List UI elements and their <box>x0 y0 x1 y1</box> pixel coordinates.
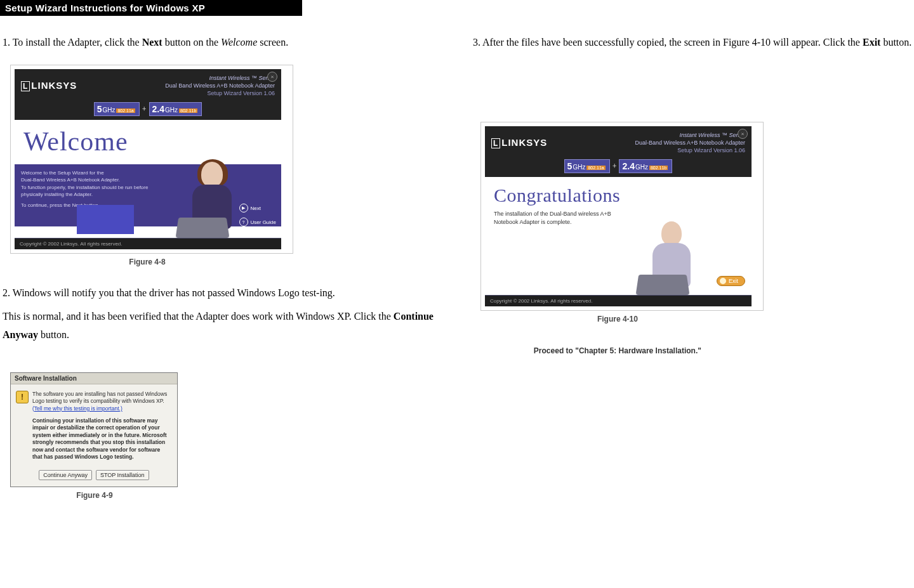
decorative-rect <box>77 205 134 234</box>
figure-caption: Figure 4-10 <box>480 315 755 323</box>
linksys-congrats-window: × LLINKSYS Instant Wireless ™ Series Dua… <box>485 126 752 306</box>
window-header: LLINKSYS Instant Wireless ™ Series Dual … <box>15 69 281 100</box>
band-unit: GHz <box>573 164 585 171</box>
step-2a-text: 2. Windows will notify you that the driv… <box>3 284 456 303</box>
dialog-bold-text: Continuing your installation of this sof… <box>32 417 171 461</box>
band-tag: 802.11a <box>586 166 605 170</box>
exit-button[interactable]: Exit <box>717 276 745 286</box>
section-title-bar: Setup Wizard Instructions for Windows XP <box>0 0 302 16</box>
right-column: 3. After the files have been successfull… <box>456 34 914 355</box>
band-tag: 802.11b <box>649 166 668 170</box>
congrats-content-area: Congratulations The installation of the … <box>485 177 752 295</box>
person-illustration <box>630 212 706 295</box>
close-icon[interactable]: × <box>738 129 748 139</box>
plus-icon: + <box>142 105 147 114</box>
window-footer: Copyright © 2002 Linksys. All rights res… <box>485 295 752 306</box>
step-3-text: 3. After the files have been successfull… <box>473 34 914 52</box>
congrats-subtext: The installation of the Dual-Band wirele… <box>485 206 633 226</box>
header-line: Dual Band Wireless A+B Notebook Adapter <box>165 82 275 89</box>
header-subtitle-block: Instant Wireless ™ Series Dual Band Wire… <box>165 74 275 97</box>
text-run: This is normal, and it has been verified… <box>3 311 394 322</box>
continue-anyway-button[interactable]: Continue Anyway <box>39 470 92 480</box>
band-unit: GHz <box>165 107 178 114</box>
document-page: Setup Wizard Instructions for Windows XP… <box>0 0 914 588</box>
window-footer: Copyright © 2002 Linksys. All rights res… <box>15 238 281 249</box>
side-button-group: ▶ Next ? User Guide <box>239 204 276 226</box>
window-header: LLINKSYS Instant Wireless ™ Series Dual-… <box>485 126 752 157</box>
dot-icon <box>720 278 726 284</box>
left-column: 1. To install the Adapter, click the Nex… <box>0 34 456 500</box>
band-tag: 802.11a <box>116 108 135 113</box>
sub-line: Notebook Adapter is complete. <box>494 218 633 226</box>
dialog-button-row: Continue Anyway STOP Installation <box>11 465 177 487</box>
plus-icon: + <box>613 162 617 171</box>
dialog-title: Software Installation <box>11 373 177 384</box>
step-1-text: 1. To install the Adapter, click the Nex… <box>3 34 456 52</box>
user-guide-button[interactable]: ? User Guide <box>239 218 276 226</box>
figure-caption: Figure 4-8 <box>10 258 284 266</box>
frequency-band-bar: 5 GHz 802.11a + 2.4 GHz 802.11b <box>15 100 281 120</box>
band-number: 5 <box>97 104 102 114</box>
header-line: Instant Wireless ™ Series <box>635 131 745 139</box>
logo-box-icon: L <box>491 138 500 148</box>
linksys-welcome-window: × LLINKSYS Instant Wireless ™ Series Dua… <box>15 69 281 249</box>
text-run: button on the <box>162 37 221 48</box>
figure-4-9: Software Installation ! The software you… <box>10 372 179 500</box>
header-line: Instant Wireless ™ Series <box>165 74 275 82</box>
logo-text: LINKSYS <box>31 80 77 91</box>
band-24ghz-chip: 2.4 GHz 802.11b <box>149 102 202 116</box>
text-run: 3. After the files have been successfull… <box>473 37 863 48</box>
xp-warning-dialog: Software Installation ! The software you… <box>10 372 178 487</box>
band-5ghz-chip: 5 GHz 802.11a <box>94 102 140 116</box>
band-24ghz-chip: 2.4 GHz 802.11b <box>619 159 672 173</box>
close-icon[interactable]: × <box>267 72 277 82</box>
text-run: screen. <box>257 37 288 48</box>
text-bold-next: Next <box>142 37 162 48</box>
header-subtitle-block: Instant Wireless ™ Series Dual-Band Wire… <box>635 131 745 154</box>
button-label: Exit <box>729 278 738 284</box>
figure-4-10: × LLINKSYS Instant Wireless ™ Series Dua… <box>480 122 764 311</box>
two-column-layout: 1. To install the Adapter, click the Nex… <box>0 34 914 500</box>
linksys-logo: LLINKSYS <box>491 137 547 148</box>
sub-line: The installation of the Dual-Band wirele… <box>494 210 633 218</box>
logo-text: LINKSYS <box>501 137 547 148</box>
person-illustration <box>169 155 246 238</box>
header-line: Dual-Band Wireless A+B Notebook Adapter <box>635 139 745 147</box>
dialog-link[interactable]: (Tell me why this testing is important.) <box>32 405 123 412</box>
text-bold-exit: Exit <box>863 37 880 48</box>
figure-caption: Figure 4-9 <box>10 491 179 500</box>
header-line: Setup Wizard Version 1.06 <box>635 147 745 154</box>
warning-icon: ! <box>16 391 29 403</box>
text-run: button. <box>880 37 911 48</box>
welcome-heading: Welcome <box>15 120 281 157</box>
band-number: 2.4 <box>152 104 164 114</box>
dialog-text: The software you are installing has not … <box>32 391 167 404</box>
text-run: button. <box>38 329 69 340</box>
button-label: User Guide <box>251 219 276 225</box>
next-button[interactable]: ▶ Next <box>239 204 276 212</box>
logo-box-icon: L <box>21 81 30 91</box>
step-2b-text: This is normal, and it has been verified… <box>3 308 456 344</box>
frequency-band-bar: 5 GHz 802.11a + 2.4 GHz 802.11b <box>485 157 752 177</box>
figure-4-8: × LLINKSYS Instant Wireless ™ Series Dua… <box>10 65 293 254</box>
proceed-text: Proceed to "Chapter 5: Hardware Installa… <box>480 346 755 355</box>
band-unit: GHz <box>102 107 115 114</box>
band-number: 5 <box>567 161 573 171</box>
welcome-content-area: Welcome Welcome to the Setup Wizard for … <box>15 120 281 238</box>
dialog-body: ! The software you are installing has no… <box>11 384 177 465</box>
button-label: Next <box>251 206 261 211</box>
text-run: 1. To install the Adapter, click the <box>3 37 142 48</box>
header-line: Setup Wizard Version 1.06 <box>165 89 275 97</box>
linksys-logo: LLINKSYS <box>21 80 77 91</box>
book-icon: ? <box>239 218 248 226</box>
stop-installation-button[interactable]: STOP Installation <box>96 470 149 480</box>
band-5ghz-chip: 5 GHz 802.11a <box>564 159 610 173</box>
band-number: 2.4 <box>622 161 634 171</box>
text-italic-welcome: Welcome <box>221 37 257 48</box>
play-icon: ▶ <box>239 204 248 212</box>
band-unit: GHz <box>635 164 648 171</box>
congrats-heading: Congratulations <box>485 177 752 206</box>
band-tag: 802.11b <box>179 108 197 113</box>
